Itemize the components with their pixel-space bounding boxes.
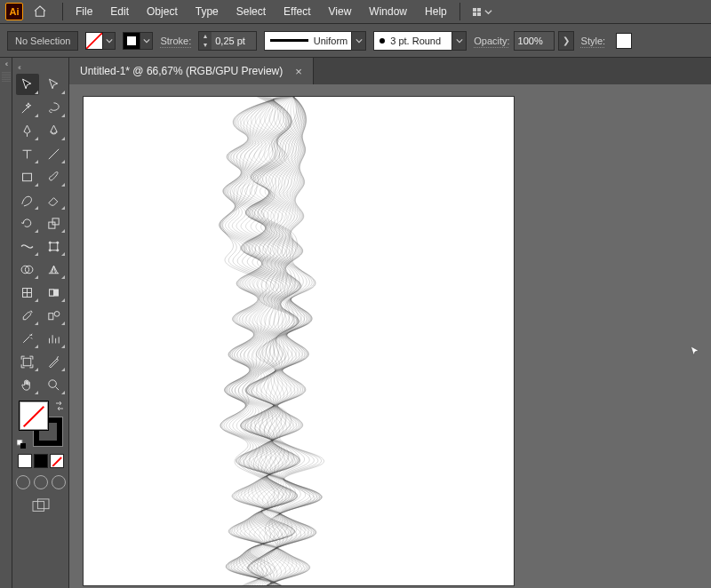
stroke-weight-spinner[interactable]: ▴ ▾ xyxy=(199,32,212,50)
tool-pen[interactable] xyxy=(16,120,39,141)
menu-file[interactable]: File xyxy=(67,2,101,21)
tool-blend[interactable] xyxy=(43,305,66,326)
svg-rect-2 xyxy=(23,173,32,181)
chevron-down-icon xyxy=(103,32,116,50)
stroke-swatch-dropdown[interactable] xyxy=(123,32,153,50)
tool-hand[interactable] xyxy=(16,374,39,395)
document-tab-title: Untitled-1* @ 66,67% (RGB/GPU Preview) xyxy=(80,65,283,77)
svg-point-8 xyxy=(49,249,51,250)
tool-line-segment[interactable] xyxy=(43,143,66,164)
style-label[interactable]: Style: xyxy=(581,36,606,46)
tool-slice[interactable] xyxy=(43,351,66,372)
tool-rotate[interactable] xyxy=(16,212,39,234)
svg-rect-3 xyxy=(49,222,55,228)
opacity-input[interactable] xyxy=(514,31,555,51)
drag-handle[interactable] xyxy=(2,72,11,83)
brush-label: 3 pt. Round xyxy=(390,36,451,46)
color-mode-gradient[interactable] xyxy=(34,454,48,468)
tool-gradient[interactable] xyxy=(43,282,66,303)
collapse-icon[interactable]: ‹‹ xyxy=(18,63,20,72)
stroke-weight-input[interactable] xyxy=(212,32,256,50)
tool-direct-selection[interactable] xyxy=(43,74,66,95)
color-mode-color[interactable] xyxy=(18,454,32,468)
svg-point-7 xyxy=(57,242,59,243)
collapse-icon[interactable]: ‹‹ xyxy=(5,60,7,68)
fill-stroke-swatch[interactable] xyxy=(17,401,65,449)
menu-help[interactable]: Help xyxy=(416,2,456,21)
tool-selection[interactable] xyxy=(16,74,39,95)
tool-scale[interactable] xyxy=(43,212,66,234)
artboard[interactable] xyxy=(84,97,514,585)
menu-edit[interactable]: Edit xyxy=(101,2,138,21)
brush-preview-icon xyxy=(379,38,385,44)
close-icon[interactable]: × xyxy=(295,65,302,78)
control-bar: No Selection Stroke: ▴ ▾ Uniform 3 pt. R… xyxy=(0,24,711,58)
tool-magic-wand[interactable] xyxy=(16,97,39,118)
tool-free-transform[interactable] xyxy=(43,235,66,257)
draw-normal[interactable] xyxy=(16,475,30,489)
left-panels: ‹‹ ‹‹ xyxy=(0,58,69,588)
home-icon[interactable] xyxy=(28,0,52,23)
svg-rect-21 xyxy=(33,502,44,512)
svg-point-6 xyxy=(49,242,51,243)
chevron-down-icon xyxy=(140,32,153,50)
menu-effect[interactable]: Effect xyxy=(275,2,319,21)
stroke-label[interactable]: Stroke: xyxy=(160,36,191,46)
tool-mesh[interactable] xyxy=(16,282,39,303)
menu-view[interactable]: View xyxy=(320,2,361,21)
fill-swatch[interactable] xyxy=(19,401,49,431)
variable-width-profile[interactable]: Uniform xyxy=(264,31,366,51)
stroke-weight-field[interactable]: ▴ ▾ xyxy=(198,31,257,51)
graphic-style-swatch[interactable] xyxy=(616,33,632,49)
tool-eyedropper[interactable] xyxy=(16,305,39,326)
draw-mode-row xyxy=(16,475,66,489)
tool-symbol-sprayer[interactable] xyxy=(16,328,39,349)
tool-shaper[interactable] xyxy=(16,189,39,211)
cursor-icon xyxy=(688,345,702,359)
svg-point-18 xyxy=(49,379,57,387)
document-tab[interactable]: Untitled-1* @ 66,67% (RGB/GPU Preview) × xyxy=(69,58,314,84)
menu-type[interactable]: Type xyxy=(187,2,228,21)
svg-rect-20 xyxy=(20,443,26,449)
tool-zoom[interactable] xyxy=(43,374,66,395)
chevron-down-icon xyxy=(351,32,365,50)
menu-bar: Ai File Edit Object Type Select Effect V… xyxy=(0,0,711,24)
brush-definition[interactable]: 3 pt. Round xyxy=(373,31,467,51)
tool-eraser[interactable] xyxy=(43,189,66,211)
menu-object[interactable]: Object xyxy=(138,2,187,21)
canvas-viewport[interactable] xyxy=(69,84,711,588)
tool-shape-builder[interactable] xyxy=(16,258,39,280)
fill-swatch-none xyxy=(85,32,103,50)
draw-inside[interactable] xyxy=(52,475,66,489)
caret-down-icon[interactable]: ▾ xyxy=(199,41,212,50)
separator xyxy=(459,3,460,20)
tool-paintbrush[interactable] xyxy=(43,166,66,187)
tab-strip: Untitled-1* @ 66,67% (RGB/GPU Preview) × xyxy=(69,58,711,84)
tool-curvature[interactable] xyxy=(43,120,66,141)
menu-window[interactable]: Window xyxy=(360,2,416,21)
caret-up-icon[interactable]: ▴ xyxy=(199,32,212,41)
svg-point-16 xyxy=(54,311,60,316)
tool-type[interactable] xyxy=(16,143,39,164)
app-logo: Ai xyxy=(5,3,23,20)
screen-mode[interactable] xyxy=(31,498,51,518)
panel-dock-gutter[interactable]: ‹‹ xyxy=(0,58,12,588)
svg-rect-14 xyxy=(50,289,54,295)
draw-behind[interactable] xyxy=(34,475,48,489)
opacity-flyout[interactable]: ❯ xyxy=(558,31,574,51)
menu-select[interactable]: Select xyxy=(228,2,275,21)
tool-rectangle[interactable] xyxy=(16,166,39,187)
swap-fill-stroke-icon[interactable] xyxy=(54,401,65,411)
default-fill-stroke-icon[interactable] xyxy=(17,440,26,449)
opacity-label[interactable]: Opacity: xyxy=(474,36,509,46)
tool-artboard[interactable] xyxy=(16,351,39,372)
workspace-switcher[interactable] xyxy=(473,8,492,16)
tool-lasso[interactable] xyxy=(43,97,66,118)
tool-column-graph[interactable] xyxy=(43,328,66,349)
tool-perspective-grid[interactable] xyxy=(43,258,66,280)
selection-indicator[interactable]: No Selection xyxy=(7,31,78,51)
fill-swatch-dropdown[interactable] xyxy=(85,32,116,50)
tool-width[interactable] xyxy=(16,235,39,257)
svg-rect-4 xyxy=(52,218,59,224)
color-mode-none[interactable] xyxy=(50,454,64,468)
